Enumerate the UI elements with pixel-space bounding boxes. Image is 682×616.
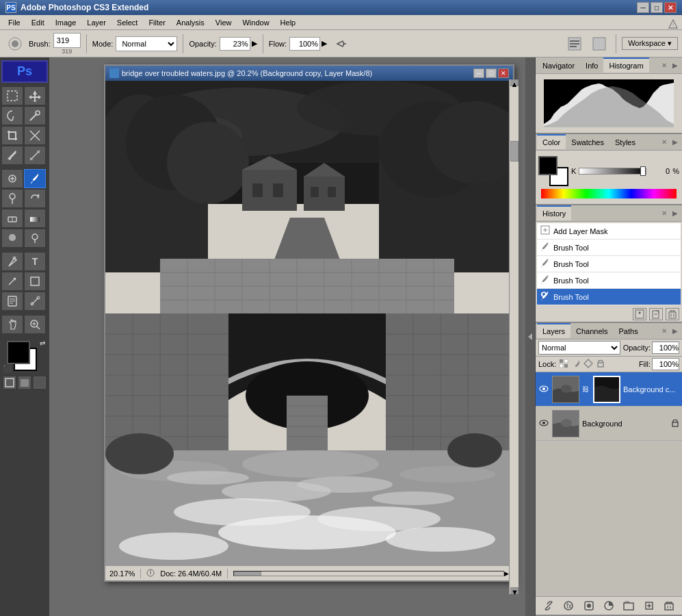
lock-position-btn[interactable] [583,359,593,370]
tab-paths[interactable]: Paths [614,324,644,339]
menu-help[interactable]: Help [275,15,302,29]
image-scrollbar-v[interactable]: ▲ ▼ [509,79,519,594]
foreground-color-box[interactable] [7,341,30,364]
image-minimize[interactable]: ─ [473,68,484,78]
tab-channels[interactable]: Channels [570,324,613,339]
tab-history[interactable]: History [537,205,571,220]
history-new-snapshot[interactable] [633,308,646,320]
scroll-right-arrow[interactable]: ▶ [504,570,509,577]
histogram-warning[interactable]: ! [668,19,678,30]
history-item-4[interactable]: Brush Tool [537,289,681,305]
history-new-doc[interactable] [649,308,663,320]
close-button[interactable]: ✕ [664,2,677,13]
brush-tool-active[interactable] [24,169,46,188]
scroll-thumb-v[interactable] [510,141,519,162]
tab-styles[interactable]: Styles [609,135,641,150]
histogram-panel-close[interactable]: ✕ [659,62,670,69]
menu-edit[interactable]: Edit [26,15,50,29]
measure-tool[interactable] [24,146,46,165]
layer-eye-bg-copy[interactable] [538,384,549,395]
k-slider-thumb[interactable] [640,166,646,176]
dodge-burn-tool[interactable] [24,229,46,248]
move-tool[interactable] [24,86,46,105]
new-layer-btn[interactable] [642,600,657,612]
menu-window[interactable]: Window [237,15,274,29]
brush-panel-btn[interactable] [588,34,610,53]
eyedropper-3d[interactable] [24,292,46,311]
crop-tool[interactable] [1,126,23,145]
hand-tool[interactable] [1,315,23,334]
scroll-up-btn[interactable]: ▲ [510,79,519,86]
eyedropper-tool[interactable] [1,146,23,165]
tab-swatches[interactable]: Swatches [566,135,609,150]
menu-file[interactable]: File [3,15,26,29]
minimize-button[interactable]: ─ [637,2,649,13]
full-screen-no-menu-btn[interactable] [33,376,47,389]
tab-layers[interactable]: Layers [537,323,570,338]
adjustment-layer-btn[interactable] [601,600,616,612]
zoom-tool[interactable] [24,315,46,334]
color-panel-menu[interactable]: ▶ [670,138,681,146]
tab-info[interactable]: Info [580,58,603,73]
notes-tool[interactable] [1,292,23,311]
history-toggle-btn[interactable] [564,34,586,53]
lock-all-btn[interactable] [596,359,605,370]
blur-tool[interactable] [1,229,23,248]
image-content[interactable]: OceanofEXE 20.17% Doc [105,81,513,580]
full-screen-btn[interactable] [18,376,31,389]
flow-arrow[interactable]: ▶ [322,39,327,48]
history-item-0[interactable]: Add Layer Mask [537,223,681,240]
link-layers-btn[interactable] [541,600,556,612]
path-selection-tool[interactable] [1,272,23,291]
menu-image[interactable]: Image [50,15,82,29]
new-group-btn[interactable] [621,600,636,612]
image-close[interactable]: ✕ [498,68,509,78]
workspace-button[interactable]: Workspace ▾ [622,37,678,50]
tab-color[interactable]: Color [537,134,566,149]
maximize-button[interactable]: □ [651,2,663,13]
fill-field[interactable] [652,358,679,370]
layer-item-bg[interactable]: Background [536,407,682,441]
type-tool[interactable]: T [24,252,46,271]
eraser-tool[interactable] [1,209,23,228]
lock-transparent-btn[interactable] [559,359,568,370]
magic-wand-tool[interactable] [24,106,46,125]
swap-colors-button[interactable]: ⇄ [40,339,45,347]
brush-size-input[interactable] [53,33,81,48]
history-delete[interactable] [666,308,679,320]
pen-tool[interactable] [1,252,23,271]
layers-panel-close[interactable]: ✕ [659,327,670,335]
flow-input[interactable]: 100% [289,37,320,51]
layer-link-icon[interactable]: ⛓ [582,385,589,393]
scroll-thumb-h[interactable] [234,572,261,576]
opacity-arrow[interactable]: ▶ [252,39,257,48]
image-canvas[interactable]: OceanofEXE [105,81,509,580]
history-brush[interactable] [24,189,46,208]
slice-tool[interactable] [24,126,46,145]
tab-histogram[interactable]: Histogram [603,57,648,73]
menu-select[interactable]: Select [112,15,144,29]
lock-image-btn[interactable] [571,359,581,370]
fg-color-swatch[interactable] [538,156,558,175]
spot-healing-tool[interactable] [1,169,23,188]
layer-item-bg-copy[interactable]: ⛓ Background c... [536,372,682,407]
marquee-tool[interactable] [1,86,23,105]
menu-view[interactable]: View [210,15,237,29]
lasso-tool[interactable] [1,106,23,125]
layer-eye-bg[interactable] [538,418,549,429]
mode-select[interactable]: Normal Multiply Screen Overlay [116,36,177,51]
shape-tool[interactable] [24,272,46,291]
reset-colors-button[interactable]: ⬛ [3,365,11,372]
blend-mode-select[interactable]: Normal Multiply Screen [538,341,620,355]
opacity-field[interactable] [652,342,679,354]
menu-layer[interactable]: Layer [81,15,112,29]
right-expand-btn[interactable] [525,57,535,616]
scroll-down-btn[interactable]: ▼ [510,587,519,594]
menu-analysis[interactable]: Analysis [171,15,210,29]
k-slider-track[interactable] [579,168,646,175]
layers-panel-menu[interactable]: ▶ [670,327,681,335]
history-item-3[interactable]: Brush Tool [537,272,681,289]
history-item-2[interactable]: Brush Tool [537,256,681,272]
opacity-input[interactable]: 23% [220,37,250,51]
history-panel-menu[interactable]: ▶ [670,209,681,217]
